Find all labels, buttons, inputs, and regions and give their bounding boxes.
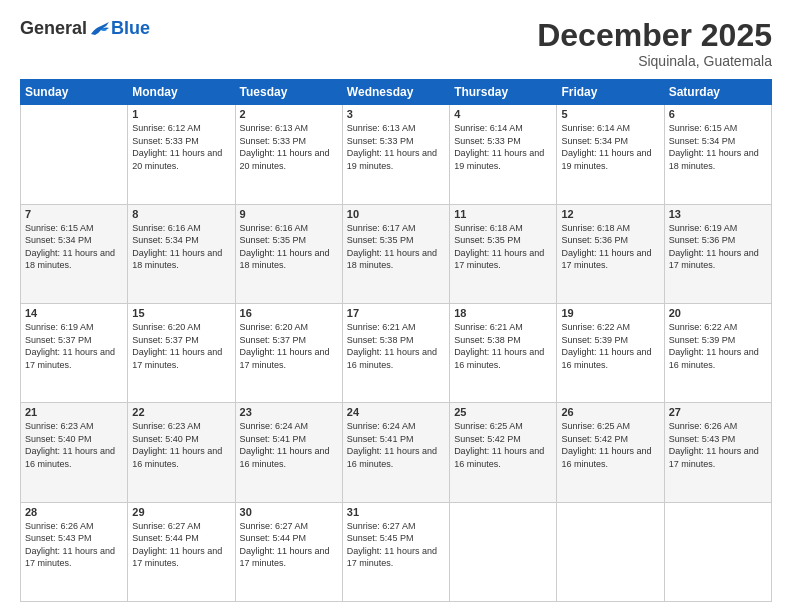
cell-details: Sunrise: 6:23 AM Sunset: 5:40 PM Dayligh… [25,420,123,470]
cell-details: Sunrise: 6:12 AM Sunset: 5:33 PM Dayligh… [132,122,230,172]
calendar-cell: 30Sunrise: 6:27 AM Sunset: 5:44 PM Dayli… [235,502,342,601]
calendar-cell: 22Sunrise: 6:23 AM Sunset: 5:40 PM Dayli… [128,403,235,502]
day-number: 15 [132,307,230,319]
calendar-cell: 19Sunrise: 6:22 AM Sunset: 5:39 PM Dayli… [557,303,664,402]
calendar-cell: 6Sunrise: 6:15 AM Sunset: 5:34 PM Daylig… [664,105,771,204]
calendar-cell: 15Sunrise: 6:20 AM Sunset: 5:37 PM Dayli… [128,303,235,402]
cell-details: Sunrise: 6:27 AM Sunset: 5:45 PM Dayligh… [347,520,445,570]
calendar-cell: 11Sunrise: 6:18 AM Sunset: 5:35 PM Dayli… [450,204,557,303]
day-number: 4 [454,108,552,120]
day-number: 25 [454,406,552,418]
weekday-header: Thursday [450,80,557,105]
logo-bird-icon [89,20,111,38]
weekday-header: Monday [128,80,235,105]
day-number: 5 [561,108,659,120]
day-number: 6 [669,108,767,120]
weekday-header: Saturday [664,80,771,105]
day-number: 27 [669,406,767,418]
calendar-cell: 7Sunrise: 6:15 AM Sunset: 5:34 PM Daylig… [21,204,128,303]
calendar-cell: 20Sunrise: 6:22 AM Sunset: 5:39 PM Dayli… [664,303,771,402]
calendar-cell: 2Sunrise: 6:13 AM Sunset: 5:33 PM Daylig… [235,105,342,204]
calendar-week-row: 21Sunrise: 6:23 AM Sunset: 5:40 PM Dayli… [21,403,772,502]
calendar: SundayMondayTuesdayWednesdayThursdayFrid… [20,79,772,602]
cell-details: Sunrise: 6:22 AM Sunset: 5:39 PM Dayligh… [669,321,767,371]
calendar-cell: 24Sunrise: 6:24 AM Sunset: 5:41 PM Dayli… [342,403,449,502]
day-number: 8 [132,208,230,220]
calendar-cell: 17Sunrise: 6:21 AM Sunset: 5:38 PM Dayli… [342,303,449,402]
day-number: 22 [132,406,230,418]
calendar-cell: 28Sunrise: 6:26 AM Sunset: 5:43 PM Dayli… [21,502,128,601]
cell-details: Sunrise: 6:19 AM Sunset: 5:36 PM Dayligh… [669,222,767,272]
day-number: 24 [347,406,445,418]
cell-details: Sunrise: 6:20 AM Sunset: 5:37 PM Dayligh… [240,321,338,371]
calendar-cell: 4Sunrise: 6:14 AM Sunset: 5:33 PM Daylig… [450,105,557,204]
calendar-cell: 27Sunrise: 6:26 AM Sunset: 5:43 PM Dayli… [664,403,771,502]
day-number: 14 [25,307,123,319]
calendar-cell [557,502,664,601]
calendar-cell: 31Sunrise: 6:27 AM Sunset: 5:45 PM Dayli… [342,502,449,601]
day-number: 17 [347,307,445,319]
logo-general-text: General [20,18,87,39]
cell-details: Sunrise: 6:17 AM Sunset: 5:35 PM Dayligh… [347,222,445,272]
calendar-cell: 5Sunrise: 6:14 AM Sunset: 5:34 PM Daylig… [557,105,664,204]
calendar-week-row: 7Sunrise: 6:15 AM Sunset: 5:34 PM Daylig… [21,204,772,303]
calendar-cell: 8Sunrise: 6:16 AM Sunset: 5:34 PM Daylig… [128,204,235,303]
cell-details: Sunrise: 6:25 AM Sunset: 5:42 PM Dayligh… [454,420,552,470]
cell-details: Sunrise: 6:18 AM Sunset: 5:36 PM Dayligh… [561,222,659,272]
day-number: 29 [132,506,230,518]
cell-details: Sunrise: 6:13 AM Sunset: 5:33 PM Dayligh… [240,122,338,172]
calendar-cell [664,502,771,601]
weekday-header: Sunday [21,80,128,105]
location: Siquinala, Guatemala [537,53,772,69]
day-number: 21 [25,406,123,418]
cell-details: Sunrise: 6:24 AM Sunset: 5:41 PM Dayligh… [347,420,445,470]
calendar-cell: 21Sunrise: 6:23 AM Sunset: 5:40 PM Dayli… [21,403,128,502]
calendar-cell: 3Sunrise: 6:13 AM Sunset: 5:33 PM Daylig… [342,105,449,204]
cell-details: Sunrise: 6:26 AM Sunset: 5:43 PM Dayligh… [25,520,123,570]
cell-details: Sunrise: 6:27 AM Sunset: 5:44 PM Dayligh… [132,520,230,570]
calendar-cell: 14Sunrise: 6:19 AM Sunset: 5:37 PM Dayli… [21,303,128,402]
weekday-header: Tuesday [235,80,342,105]
day-number: 12 [561,208,659,220]
cell-details: Sunrise: 6:22 AM Sunset: 5:39 PM Dayligh… [561,321,659,371]
day-number: 19 [561,307,659,319]
calendar-week-row: 14Sunrise: 6:19 AM Sunset: 5:37 PM Dayli… [21,303,772,402]
cell-details: Sunrise: 6:18 AM Sunset: 5:35 PM Dayligh… [454,222,552,272]
weekday-header: Friday [557,80,664,105]
title-section: December 2025 Siquinala, Guatemala [537,18,772,69]
day-number: 9 [240,208,338,220]
day-number: 18 [454,307,552,319]
day-number: 3 [347,108,445,120]
cell-details: Sunrise: 6:21 AM Sunset: 5:38 PM Dayligh… [454,321,552,371]
page: General Blue December 2025 Siquinala, Gu… [0,0,792,612]
cell-details: Sunrise: 6:13 AM Sunset: 5:33 PM Dayligh… [347,122,445,172]
cell-details: Sunrise: 6:19 AM Sunset: 5:37 PM Dayligh… [25,321,123,371]
cell-details: Sunrise: 6:14 AM Sunset: 5:33 PM Dayligh… [454,122,552,172]
logo: General Blue [20,18,150,39]
calendar-cell: 29Sunrise: 6:27 AM Sunset: 5:44 PM Dayli… [128,502,235,601]
calendar-cell: 25Sunrise: 6:25 AM Sunset: 5:42 PM Dayli… [450,403,557,502]
cell-details: Sunrise: 6:16 AM Sunset: 5:35 PM Dayligh… [240,222,338,272]
calendar-week-row: 28Sunrise: 6:26 AM Sunset: 5:43 PM Dayli… [21,502,772,601]
day-number: 26 [561,406,659,418]
calendar-week-row: 1Sunrise: 6:12 AM Sunset: 5:33 PM Daylig… [21,105,772,204]
cell-details: Sunrise: 6:20 AM Sunset: 5:37 PM Dayligh… [132,321,230,371]
header: General Blue December 2025 Siquinala, Gu… [20,18,772,69]
day-number: 30 [240,506,338,518]
cell-details: Sunrise: 6:25 AM Sunset: 5:42 PM Dayligh… [561,420,659,470]
cell-details: Sunrise: 6:24 AM Sunset: 5:41 PM Dayligh… [240,420,338,470]
cell-details: Sunrise: 6:15 AM Sunset: 5:34 PM Dayligh… [669,122,767,172]
logo-blue-text: Blue [111,18,150,39]
cell-details: Sunrise: 6:21 AM Sunset: 5:38 PM Dayligh… [347,321,445,371]
calendar-cell: 26Sunrise: 6:25 AM Sunset: 5:42 PM Dayli… [557,403,664,502]
cell-details: Sunrise: 6:14 AM Sunset: 5:34 PM Dayligh… [561,122,659,172]
day-number: 1 [132,108,230,120]
calendar-cell: 13Sunrise: 6:19 AM Sunset: 5:36 PM Dayli… [664,204,771,303]
month-title: December 2025 [537,18,772,53]
day-number: 11 [454,208,552,220]
day-number: 28 [25,506,123,518]
cell-details: Sunrise: 6:26 AM Sunset: 5:43 PM Dayligh… [669,420,767,470]
weekday-header: Wednesday [342,80,449,105]
cell-details: Sunrise: 6:16 AM Sunset: 5:34 PM Dayligh… [132,222,230,272]
calendar-cell: 18Sunrise: 6:21 AM Sunset: 5:38 PM Dayli… [450,303,557,402]
